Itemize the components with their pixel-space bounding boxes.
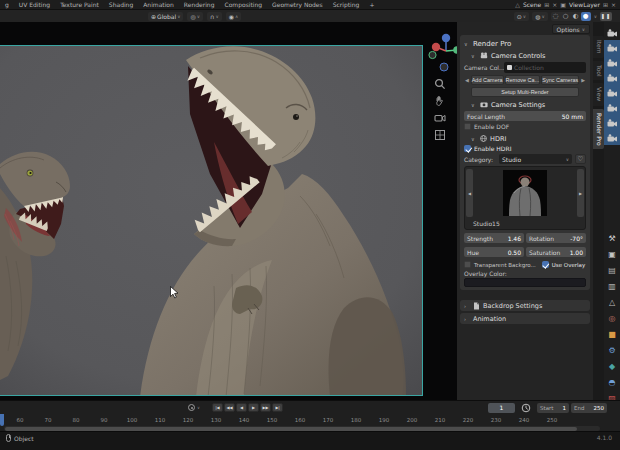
pivot-point-dropdown[interactable]: ◎∨ [187, 12, 203, 21]
clock-icon[interactable] [521, 403, 531, 413]
shading-dropdown[interactable]: ∨ [594, 14, 597, 19]
add-camera-button[interactable]: Add Camera [471, 75, 504, 85]
camera-object-2[interactable] [604, 40, 620, 55]
transparent-background-checkbox[interactable] [464, 261, 471, 268]
workspace-tab[interactable]: UV Editing [14, 0, 55, 10]
prev-hdri-button[interactable]: ◀ [466, 169, 473, 217]
workspace-tab[interactable]: g [0, 0, 14, 10]
timeline-scrollbar[interactable] [5, 427, 577, 431]
physics-tab[interactable]: ◓ [604, 374, 620, 390]
tab-render-pro[interactable]: Render Pro [593, 109, 604, 150]
chevron-down-icon: ∨ [471, 136, 477, 142]
view-layer-tab[interactable]: ▥ [604, 278, 620, 294]
start-frame-field[interactable]: Start1 [537, 403, 569, 413]
category-dropdown[interactable]: Studio ∨ [499, 154, 572, 164]
show-gizmo-dropdown[interactable]: ⊙∨ [514, 12, 529, 21]
enable-dof-checkbox[interactable] [464, 123, 471, 130]
output-tab[interactable]: ▤ [604, 262, 620, 278]
animation-panel[interactable]: › Animation [460, 313, 590, 324]
current-frame-field[interactable]: 1 [488, 403, 515, 413]
play-button[interactable]: ▶ [248, 403, 259, 412]
camera-object-3[interactable] [604, 55, 620, 70]
workspace-tab[interactable]: Rendering [179, 0, 220, 10]
camera-object-5[interactable] [604, 85, 620, 100]
snapping-dropdown[interactable]: ∩∨ [207, 12, 222, 21]
show-overlays-dropdown[interactable]: ◍∨ [532, 12, 548, 21]
collection-field[interactable]: Collection [504, 62, 586, 73]
perspective-toggle-icon[interactable] [434, 129, 446, 141]
end-frame-field[interactable]: End250 [571, 403, 607, 413]
shading-solid[interactable]: ○ [561, 12, 571, 21]
camera-object-8[interactable] [604, 130, 620, 145]
sync-cameras-button[interactable]: Sync Cameras [541, 75, 579, 85]
render-pro-header[interactable]: ∨ Render Pro [464, 38, 586, 49]
remove-camera-button[interactable]: Remove Ca... [505, 75, 541, 85]
rotation-slider[interactable]: Rotation-70° [526, 233, 586, 243]
zoom-icon[interactable] [434, 78, 446, 90]
camera-controls-header[interactable]: ∨ Camera Controls [464, 50, 586, 61]
world-tab[interactable]: ◎ [604, 310, 620, 326]
camera-object-6[interactable] [604, 100, 620, 115]
shading-material[interactable]: ◐ [571, 12, 581, 21]
tab-tool[interactable]: Tool [593, 61, 604, 81]
setup-multi-render-button[interactable]: Setup Multi-Render [471, 87, 578, 97]
workspace-tab[interactable]: Animation [138, 0, 179, 10]
scene-name[interactable]: Scene [523, 1, 541, 8]
scroll-right-icon[interactable]: ▶ [580, 77, 586, 83]
jump-to-end-button[interactable]: ▶| [272, 403, 283, 412]
workspace-tab[interactable]: Texture Paint [55, 0, 104, 10]
focal-length-slider[interactable]: Focal Length 50 mm [464, 111, 586, 121]
shading-wireframe[interactable]: ◌ [551, 12, 561, 21]
overlay-color-swatch[interactable] [464, 278, 586, 287]
camera-object-7[interactable] [604, 115, 620, 130]
strength-slider[interactable]: Strength1.46 [464, 233, 524, 243]
scene-tab[interactable]: △ [604, 294, 620, 310]
camera-view[interactable] [0, 45, 423, 396]
pan-hand-icon[interactable] [434, 95, 446, 107]
jump-to-start-button[interactable]: |◀ [212, 403, 223, 412]
next-keyframe-button[interactable]: ▶▶ [260, 403, 271, 412]
data-tab[interactable]: ◆ [604, 358, 620, 374]
tab-item[interactable]: Item [593, 36, 604, 58]
tool-tab[interactable]: ⚒ [604, 230, 620, 246]
transform-orientation-dropdown[interactable]: ⊕ Global ∨ [148, 12, 183, 21]
new-scene-icon[interactable]: ⊞ [544, 0, 549, 10]
next-hdri-button[interactable]: ▶ [577, 169, 584, 217]
backdrop-settings-panel[interactable]: › Backdrop Settings [460, 300, 590, 311]
camera-object-4[interactable] [604, 70, 620, 85]
saturation-slider[interactable]: Saturation1.00 [526, 247, 586, 257]
unlink-scene-icon[interactable]: × [552, 0, 557, 10]
hue-slider[interactable]: Hue0.50 [464, 247, 524, 257]
workspace-tab[interactable]: Compositing [219, 0, 267, 10]
use-overlay-checkbox[interactable] [542, 261, 549, 268]
workspace-tab[interactable]: + [364, 0, 379, 10]
workspace-tab[interactable]: Scripting [328, 0, 365, 10]
object-tab[interactable]: ■ [604, 326, 620, 342]
options-button[interactable]: Options∨ [552, 24, 590, 34]
shading-rendered[interactable]: ● [581, 12, 591, 21]
workspace-tab[interactable]: Geometry Nodes [267, 0, 328, 10]
render-tab[interactable]: ▣ [604, 246, 620, 262]
favorite-heart-icon[interactable]: ♡ [575, 154, 586, 164]
proportional-editing-toggle[interactable]: ◉∧ [226, 12, 242, 21]
hdri-header[interactable]: ∨ HDRI [464, 133, 586, 144]
camera-object-1[interactable] [604, 25, 620, 40]
remove-viewlayer-icon[interactable]: × [611, 0, 616, 10]
new-viewlayer-icon[interactable]: ⊞ [603, 0, 608, 10]
play-reverse-button[interactable]: ◀ [236, 403, 247, 412]
playhead[interactable] [0, 414, 4, 426]
hdri-thumbnail[interactable] [503, 170, 547, 216]
tab-view[interactable]: View [593, 83, 604, 105]
camera-view-icon[interactable] [434, 112, 446, 124]
modifiers-tab[interactable]: ⚙ [604, 342, 620, 358]
viewlayer-name[interactable]: ViewLayer [569, 1, 600, 8]
prev-keyframe-button[interactable]: ◀◀ [224, 403, 235, 412]
pause-button[interactable]: ❚❚ [600, 12, 612, 21]
navigation-gizmo[interactable] [428, 31, 457, 77]
enable-hdri-checkbox[interactable] [464, 145, 471, 152]
scroll-left-icon[interactable]: ◀ [464, 77, 470, 83]
workspace-tab[interactable]: Shading [104, 0, 138, 10]
camera-settings-header[interactable]: ∨ Camera Settings [464, 99, 586, 110]
viewport-3d[interactable] [0, 22, 457, 400]
auto-keying-toggle[interactable]: ∨ [188, 404, 200, 411]
